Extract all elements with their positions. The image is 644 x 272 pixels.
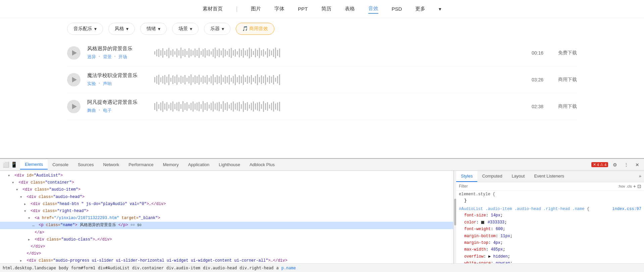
breadcrumb-audiolist[interactable]: div#AudioList (98, 266, 129, 270)
tab-application[interactable]: Application (183, 160, 214, 169)
tag-1-2[interactable]: 开场 (118, 54, 127, 60)
nav-item-image[interactable]: 图片 (251, 4, 261, 13)
html-line-10[interactable]: </div> (0, 243, 453, 250)
svg-rect-179 (261, 104, 262, 109)
svg-rect-187 (277, 103, 278, 111)
style-source-link[interactable]: index.css:97 (612, 207, 641, 211)
scrollbar[interactable] (453, 171, 456, 263)
styles-tab-layout[interactable]: Layout (507, 171, 529, 182)
filter-mood[interactable]: 情绪 ▾ (140, 23, 167, 35)
triangle-2[interactable] (16, 187, 20, 193)
waveform-2 (154, 73, 517, 86)
error-badge[interactable]: ✕ 4 ⚠ 4 (591, 162, 608, 167)
filter-pseudo-button[interactable]: :hov (618, 184, 625, 188)
svg-rect-100 (229, 75, 230, 84)
play-button-2[interactable] (67, 73, 80, 86)
triangle-4[interactable] (24, 201, 28, 207)
nav-item-psd[interactable]: PSD (392, 5, 402, 13)
tab-network[interactable]: Network (99, 160, 124, 169)
tab-console[interactable]: Console (48, 160, 73, 169)
breadcrumb-html[interactable]: html.desktop.landscape (3, 266, 56, 270)
tag-3-0[interactable]: 舞曲 (87, 108, 96, 114)
triangle-12[interactable] (20, 258, 24, 263)
tab-lighthouse[interactable]: Lighthouse (214, 160, 245, 169)
nav-item-more[interactable]: 更多 (415, 4, 425, 13)
triangle-9[interactable] (28, 236, 32, 243)
svg-rect-1 (156, 50, 157, 56)
breadcrumb-body[interactable]: body (59, 266, 68, 270)
new-style-icon[interactable]: ⊡ (637, 184, 641, 189)
html-panel: <div id="AudioList"> <div class="contain… (0, 171, 453, 263)
breadcrumb-audio-head[interactable]: div.audio-head (203, 266, 237, 270)
scrollbar-thumb[interactable] (454, 199, 456, 225)
download-button-2[interactable]: 商用下载 (550, 77, 577, 83)
breadcrumb-a[interactable]: a (276, 266, 278, 270)
nav-item-audio[interactable]: 音效 (368, 4, 378, 14)
html-line-5[interactable]: <div class="right-head"> (0, 208, 453, 215)
html-line-2[interactable]: <div class="audio-item"> (0, 186, 453, 193)
close-icon[interactable]: ✕ (633, 161, 641, 168)
html-line-7[interactable]: … <p class="name"> 风格迥异的背景音乐 </p> == $0 (0, 222, 453, 229)
svg-rect-181 (265, 103, 266, 110)
breadcrumb-p-name[interactable]: p.name (281, 266, 296, 270)
html-line-6[interactable]: <a href="/yinxiao/210711322293.htm" targ… (0, 215, 453, 222)
tag-2-1[interactable]: 声响 (103, 81, 112, 87)
breadcrumb-audio-item[interactable]: div.audio-item (166, 266, 200, 270)
styles-tab-styles[interactable]: Styles (456, 171, 477, 182)
triangle-0[interactable] (8, 173, 12, 179)
inspect-icon[interactable]: ⬜ (3, 161, 9, 168)
commercial-audio-button[interactable]: 🎵 商用音效 (236, 23, 274, 35)
triangle-1[interactable] (12, 180, 16, 186)
html-line-4[interactable]: <div class="head-btn " js-do="playAudio"… (0, 201, 453, 208)
device-icon[interactable]: 📱 (11, 161, 17, 168)
html-line-12[interactable]: <div class="audio-progress ui-slider ui-… (0, 257, 453, 263)
filter-scene[interactable]: 场景 ▾ (172, 23, 199, 35)
settings-icon[interactable]: ⚙ (611, 161, 619, 168)
tab-elements[interactable]: Elements (20, 160, 48, 169)
tag-3-1[interactable]: 电子 (103, 108, 112, 114)
svg-rect-35 (225, 50, 226, 56)
html-line-1[interactable]: <div class="container"> (0, 179, 453, 186)
play-button-3[interactable] (67, 100, 80, 113)
rule-selector[interactable]: #AudioList .audio-item .audio-head .righ… (459, 207, 584, 211)
more-icon[interactable]: ⋮ (622, 161, 631, 168)
play-button-1[interactable] (67, 46, 80, 60)
tab-sources[interactable]: Sources (73, 160, 99, 169)
tag-1-0[interactable]: 迥异 (87, 54, 96, 60)
html-line-3[interactable]: <div class="audio-head"> (0, 194, 453, 201)
styles-tab-computed[interactable]: Computed (477, 171, 507, 182)
triangle-3[interactable] (20, 194, 24, 200)
nav-item-table[interactable]: 表格 (345, 4, 355, 13)
color-swatch[interactable] (481, 221, 484, 224)
filter-cls-button[interactable]: .cls (626, 184, 632, 188)
breadcrumb-container[interactable]: div.container (132, 266, 164, 270)
styles-filter-input[interactable] (459, 184, 617, 189)
nav-item-resume[interactable]: 简历 (321, 4, 331, 13)
tab-performance[interactable]: Performance (124, 160, 158, 169)
html-line-0[interactable]: <div id="AudioList"> (0, 172, 453, 179)
download-button-1[interactable]: 免费下载 (550, 50, 577, 56)
prop-font-weight: font-weight: 600; (459, 226, 641, 232)
filter-music[interactable]: 音乐配乐 ▾ (67, 23, 103, 35)
styles-tab-events[interactable]: Event Listeners (529, 171, 569, 182)
html-line-9[interactable]: <div class="audio-class">…</div> (0, 236, 453, 243)
svg-rect-122 (273, 75, 274, 84)
tab-adblock[interactable]: Adblock Plus (245, 160, 279, 169)
nav-item-font[interactable]: 字体 (274, 4, 284, 13)
breadcrumb-right-head[interactable]: div.right-head (239, 266, 273, 270)
breadcrumb-form[interactable]: form#form1 (71, 266, 95, 270)
styles-more-icon[interactable]: » (636, 171, 644, 182)
tag-2-0[interactable]: 实验 (87, 81, 96, 87)
tag-1-1[interactable]: 背景 (103, 54, 112, 60)
download-button-3[interactable]: 商用下载 (550, 104, 577, 110)
filter-style[interactable]: 风格 ▾ (108, 23, 135, 35)
filter-instrument[interactable]: 乐器 ▾ (204, 23, 230, 35)
tab-memory[interactable]: Memory (158, 160, 183, 169)
html-line-11[interactable]: </div> (0, 250, 453, 257)
add-style-icon[interactable]: + (633, 184, 636, 189)
nav-item-sucai[interactable]: 素材首页 (203, 4, 223, 13)
nav-item-ppt[interactable]: PPT (298, 5, 308, 13)
triangle-5[interactable] (24, 208, 28, 214)
html-line-8[interactable]: </a> (0, 229, 453, 236)
triangle-6[interactable] (28, 215, 32, 221)
